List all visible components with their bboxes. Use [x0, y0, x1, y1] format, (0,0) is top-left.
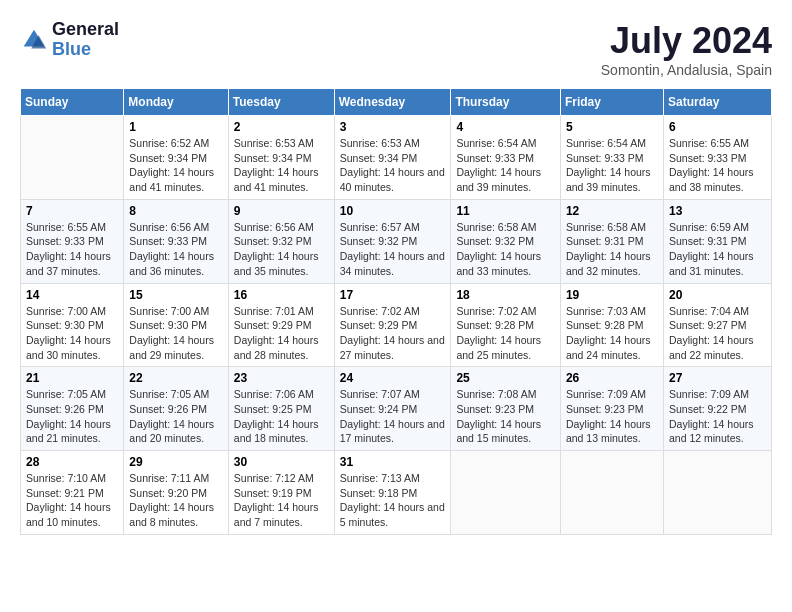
sunset-text: Sunset: 9:34 PM: [340, 151, 446, 166]
weekday-header: Wednesday: [334, 89, 451, 116]
location: Somontin, Andalusia, Spain: [601, 62, 772, 78]
day-number: 1: [129, 120, 222, 134]
day-number: 16: [234, 288, 329, 302]
calendar-cell: 14 Sunrise: 7:00 AM Sunset: 9:30 PM Dayl…: [21, 283, 124, 367]
calendar-cell: 3 Sunrise: 6:53 AM Sunset: 9:34 PM Dayli…: [334, 116, 451, 200]
sunset-text: Sunset: 9:33 PM: [26, 234, 118, 249]
calendar-cell: 7 Sunrise: 6:55 AM Sunset: 9:33 PM Dayli…: [21, 199, 124, 283]
day-number: 4: [456, 120, 555, 134]
calendar-cell: 23 Sunrise: 7:06 AM Sunset: 9:25 PM Dayl…: [228, 367, 334, 451]
calendar-week-row: 21 Sunrise: 7:05 AM Sunset: 9:26 PM Dayl…: [21, 367, 772, 451]
day-info: Sunrise: 7:00 AM Sunset: 9:30 PM Dayligh…: [129, 304, 222, 363]
daylight-text: Daylight: 14 hours and 22 minutes.: [669, 333, 766, 362]
logo: General Blue: [20, 20, 119, 60]
calendar-cell: 15 Sunrise: 7:00 AM Sunset: 9:30 PM Dayl…: [124, 283, 228, 367]
calendar-cell: 30 Sunrise: 7:12 AM Sunset: 9:19 PM Dayl…: [228, 451, 334, 535]
day-info: Sunrise: 7:05 AM Sunset: 9:26 PM Dayligh…: [26, 387, 118, 446]
calendar-cell: 4 Sunrise: 6:54 AM Sunset: 9:33 PM Dayli…: [451, 116, 561, 200]
day-number: 17: [340, 288, 446, 302]
daylight-text: Daylight: 14 hours and 12 minutes.: [669, 417, 766, 446]
calendar-week-row: 1 Sunrise: 6:52 AM Sunset: 9:34 PM Dayli…: [21, 116, 772, 200]
day-info: Sunrise: 6:56 AM Sunset: 9:32 PM Dayligh…: [234, 220, 329, 279]
day-number: 18: [456, 288, 555, 302]
day-number: 28: [26, 455, 118, 469]
sunset-text: Sunset: 9:33 PM: [456, 151, 555, 166]
daylight-text: Daylight: 14 hours and 5 minutes.: [340, 500, 446, 529]
sunrise-text: Sunrise: 6:54 AM: [456, 136, 555, 151]
day-number: 2: [234, 120, 329, 134]
sunset-text: Sunset: 9:30 PM: [129, 318, 222, 333]
logo-line2: Blue: [52, 40, 119, 60]
sunrise-text: Sunrise: 7:01 AM: [234, 304, 329, 319]
day-info: Sunrise: 7:10 AM Sunset: 9:21 PM Dayligh…: [26, 471, 118, 530]
day-info: Sunrise: 7:07 AM Sunset: 9:24 PM Dayligh…: [340, 387, 446, 446]
day-info: Sunrise: 6:52 AM Sunset: 9:34 PM Dayligh…: [129, 136, 222, 195]
day-number: 30: [234, 455, 329, 469]
sunrise-text: Sunrise: 7:04 AM: [669, 304, 766, 319]
day-info: Sunrise: 7:09 AM Sunset: 9:23 PM Dayligh…: [566, 387, 658, 446]
day-number: 22: [129, 371, 222, 385]
daylight-text: Daylight: 14 hours and 18 minutes.: [234, 417, 329, 446]
day-info: Sunrise: 6:54 AM Sunset: 9:33 PM Dayligh…: [566, 136, 658, 195]
sunrise-text: Sunrise: 6:55 AM: [26, 220, 118, 235]
sunset-text: Sunset: 9:29 PM: [234, 318, 329, 333]
calendar-cell: [663, 451, 771, 535]
calendar-cell: 8 Sunrise: 6:56 AM Sunset: 9:33 PM Dayli…: [124, 199, 228, 283]
day-info: Sunrise: 7:00 AM Sunset: 9:30 PM Dayligh…: [26, 304, 118, 363]
daylight-text: Daylight: 14 hours and 32 minutes.: [566, 249, 658, 278]
daylight-text: Daylight: 14 hours and 30 minutes.: [26, 333, 118, 362]
day-number: 15: [129, 288, 222, 302]
day-info: Sunrise: 7:12 AM Sunset: 9:19 PM Dayligh…: [234, 471, 329, 530]
day-number: 9: [234, 204, 329, 218]
daylight-text: Daylight: 14 hours and 20 minutes.: [129, 417, 222, 446]
day-info: Sunrise: 7:08 AM Sunset: 9:23 PM Dayligh…: [456, 387, 555, 446]
daylight-text: Daylight: 14 hours and 33 minutes.: [456, 249, 555, 278]
weekday-header: Thursday: [451, 89, 561, 116]
daylight-text: Daylight: 14 hours and 39 minutes.: [456, 165, 555, 194]
sunrise-text: Sunrise: 6:57 AM: [340, 220, 446, 235]
page-header: General Blue July 2024 Somontin, Andalus…: [20, 20, 772, 78]
sunrise-text: Sunrise: 7:11 AM: [129, 471, 222, 486]
day-info: Sunrise: 6:58 AM Sunset: 9:31 PM Dayligh…: [566, 220, 658, 279]
day-number: 23: [234, 371, 329, 385]
sunset-text: Sunset: 9:34 PM: [234, 151, 329, 166]
day-number: 31: [340, 455, 446, 469]
day-info: Sunrise: 7:13 AM Sunset: 9:18 PM Dayligh…: [340, 471, 446, 530]
sunset-text: Sunset: 9:28 PM: [566, 318, 658, 333]
calendar-week-row: 14 Sunrise: 7:00 AM Sunset: 9:30 PM Dayl…: [21, 283, 772, 367]
day-number: 5: [566, 120, 658, 134]
calendar-cell: 31 Sunrise: 7:13 AM Sunset: 9:18 PM Dayl…: [334, 451, 451, 535]
logo-line1: General: [52, 20, 119, 40]
day-info: Sunrise: 7:05 AM Sunset: 9:26 PM Dayligh…: [129, 387, 222, 446]
calendar-cell: 20 Sunrise: 7:04 AM Sunset: 9:27 PM Dayl…: [663, 283, 771, 367]
sunset-text: Sunset: 9:23 PM: [566, 402, 658, 417]
daylight-text: Daylight: 14 hours and 38 minutes.: [669, 165, 766, 194]
sunrise-text: Sunrise: 6:58 AM: [566, 220, 658, 235]
sunset-text: Sunset: 9:32 PM: [456, 234, 555, 249]
weekday-header: Saturday: [663, 89, 771, 116]
day-info: Sunrise: 7:02 AM Sunset: 9:29 PM Dayligh…: [340, 304, 446, 363]
sunrise-text: Sunrise: 7:02 AM: [456, 304, 555, 319]
daylight-text: Daylight: 14 hours and 25 minutes.: [456, 333, 555, 362]
weekday-header: Sunday: [21, 89, 124, 116]
day-number: 10: [340, 204, 446, 218]
day-number: 13: [669, 204, 766, 218]
calendar-cell: 22 Sunrise: 7:05 AM Sunset: 9:26 PM Dayl…: [124, 367, 228, 451]
day-number: 21: [26, 371, 118, 385]
sunrise-text: Sunrise: 6:55 AM: [669, 136, 766, 151]
sunrise-text: Sunrise: 7:10 AM: [26, 471, 118, 486]
sunset-text: Sunset: 9:34 PM: [129, 151, 222, 166]
daylight-text: Daylight: 14 hours and 8 minutes.: [129, 500, 222, 529]
day-info: Sunrise: 7:09 AM Sunset: 9:22 PM Dayligh…: [669, 387, 766, 446]
sunset-text: Sunset: 9:24 PM: [340, 402, 446, 417]
sunrise-text: Sunrise: 7:06 AM: [234, 387, 329, 402]
sunset-text: Sunset: 9:32 PM: [234, 234, 329, 249]
day-info: Sunrise: 6:56 AM Sunset: 9:33 PM Dayligh…: [129, 220, 222, 279]
daylight-text: Daylight: 14 hours and 41 minutes.: [234, 165, 329, 194]
calendar-cell: 2 Sunrise: 6:53 AM Sunset: 9:34 PM Dayli…: [228, 116, 334, 200]
sunset-text: Sunset: 9:26 PM: [26, 402, 118, 417]
weekday-header: Tuesday: [228, 89, 334, 116]
calendar-cell: 29 Sunrise: 7:11 AM Sunset: 9:20 PM Dayl…: [124, 451, 228, 535]
day-number: 6: [669, 120, 766, 134]
daylight-text: Daylight: 14 hours and 29 minutes.: [129, 333, 222, 362]
